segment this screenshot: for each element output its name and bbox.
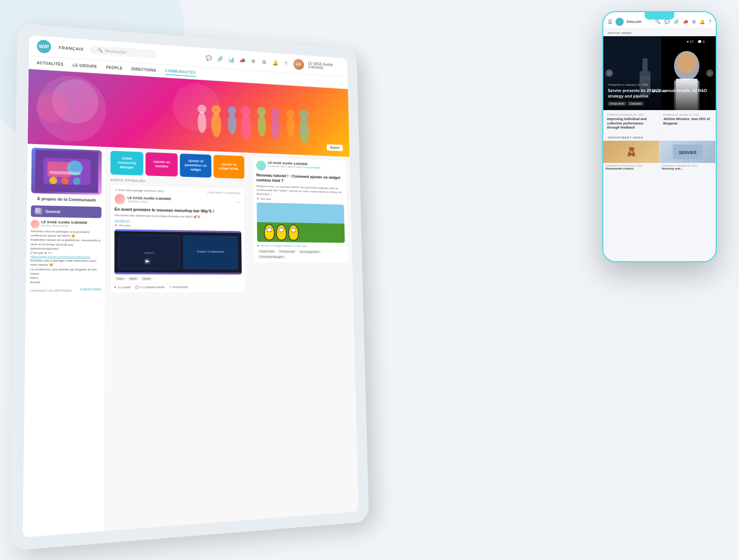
news-item-2[interactable]: Published on January 22, 2021 Jérôme Wir… (660, 110, 716, 133)
svg-point-6 (241, 114, 251, 141)
right-post-header: LE SAGE Aurélie S.MONDE 12 janvier 2021 … (256, 160, 343, 173)
tag-accompagnement: Accompagnement (298, 250, 321, 254)
ph-search-icon[interactable]: 🔍 (655, 19, 661, 24)
see-more-2[interactable]: ▼ Voir plus (257, 197, 344, 203)
ph-help-icon[interactable]: ? (709, 19, 711, 24)
news-item-1[interactable]: Published on February 02, 2021 Improving… (603, 110, 660, 133)
dept-news-label: DEPARTMENT NEWS (603, 133, 716, 141)
language-selector[interactable]: FRANÇAIS (59, 45, 84, 51)
comment-action[interactable]: 💬 0 COMMENTAIRE (135, 286, 165, 289)
ph-bell-icon[interactable]: 🔔 (699, 19, 705, 24)
chart-icon[interactable]: 📊 (228, 56, 235, 63)
phone-mockup: ☰ ENGLISH 🔍 💬 🔗 📣 ⊞ 🔔 ? GROUP NEWS (602, 11, 717, 262)
dot-3[interactable] (659, 91, 661, 92)
right-post-thumbnail (257, 202, 345, 243)
post-shared-text: ↗ Vous avez partagé 10 février 2021 (115, 188, 164, 193)
dept-item-1[interactable]: 🧸 Published on February 02, 2021 Photobo… (603, 141, 660, 174)
nav-communautes[interactable]: COMMUNAUTÉS (165, 67, 196, 77)
user-name-header: LE SAGE Aurélie S.MONDE (308, 61, 341, 71)
ph-link-icon[interactable]: 🔗 (674, 19, 679, 24)
ph-speaker-icon[interactable]: 📣 (683, 19, 688, 24)
dot-5[interactable] (665, 91, 667, 92)
dept-date-1: Published on February 02, 2021 (606, 164, 657, 167)
search-bar[interactable]: 🔍 Rechercher (90, 45, 157, 58)
remove-share-button[interactable]: ✕ RETIRER LE PARTAGE (207, 191, 241, 195)
hero-next-btn[interactable]: › (706, 69, 713, 77)
dept-item-2[interactable]: SERVIER Published on January 29, 2021 Di… (660, 141, 716, 174)
svg-text:SERVIER: SERVIER (678, 150, 696, 155)
share-action[interactable]: ↗ PARTAGER (169, 286, 188, 289)
post-tag-video: Vidéo (114, 277, 126, 281)
post-link-1[interactable]: La vidéo ici (115, 219, 241, 225)
community-illustration (35, 150, 98, 193)
ph-grid-icon[interactable]: ⊞ (692, 19, 696, 24)
qa-add-html[interactable]: Ajouter un widget HTML (213, 155, 244, 179)
svg-point-10 (271, 115, 280, 140)
hero-prev-btn[interactable]: ‹ (606, 69, 613, 77)
user-avatar[interactable]: AS (293, 58, 304, 70)
news-date-1: Published on February 02, 2021 (607, 113, 655, 116)
qa-add-widget[interactable]: Ajouter et paramétrer un widget (180, 154, 211, 178)
news-title-1: Improving individual and collective perf… (607, 117, 655, 130)
tag-fonctionnalite: Fonctionnalité (278, 250, 297, 254)
nav-actualites[interactable]: ACTUALITÉS (37, 59, 64, 68)
svg-point-4 (228, 113, 236, 134)
ph-chat-icon[interactable]: 💬 (664, 19, 670, 24)
phone-lang[interactable]: ENGLISH (627, 20, 641, 24)
see-more-1[interactable]: ▼ Voir plus (115, 224, 241, 229)
post-menu-icon[interactable]: ⋯ (236, 199, 241, 205)
news-next-icon[interactable]: › (712, 119, 713, 124)
phone-screen: ☰ ENGLISH 🔍 💬 🔗 📣 ⊞ 🔔 ? GROUP NEWS (603, 12, 716, 261)
like-action[interactable]: ♥ 14 J'AIME (114, 286, 131, 289)
right-post-title: Nouveau tutoriel ! : Comment ajouter un … (256, 173, 343, 185)
load-replies[interactable]: CHARGER LES RÉPONSES (30, 289, 72, 293)
add-widget-html[interactable]: ▶ Ajouter un widget contenu HTML.mp4 (257, 244, 345, 248)
link-icon[interactable]: 🔗 (216, 55, 223, 62)
chevron-right-icon: › (709, 71, 710, 75)
hamburger-icon[interactable]: ☰ (608, 19, 613, 25)
settings-icon[interactable]: ⚙ (250, 57, 257, 65)
dept-next-icon[interactable]: › (713, 152, 714, 157)
chat-share-text: N'hésitez pas à partager cette informati… (30, 259, 101, 267)
chat-section[interactable]: T General (31, 205, 101, 218)
dot-1[interactable] (653, 91, 655, 92)
news-grid: Published on February 02, 2021 Improving… (603, 110, 716, 133)
grid-icon[interactable]: ⊞ (261, 58, 268, 65)
chevron-down-icon: ▼ (115, 224, 118, 227)
help-icon[interactable]: ? (282, 60, 289, 67)
post-tag-teaser: Teaser (140, 277, 153, 281)
hero-date: Published on January 19, 2021 (608, 83, 711, 86)
chevron-down-icon-2: ▼ (257, 197, 260, 201)
svg-point-7 (241, 106, 251, 116)
left-sidebar: À propos de la Communauté T General LE S… (23, 144, 106, 537)
nav-people[interactable]: PEOPLE (106, 64, 122, 71)
post-card-2: LE SAGE Aurélie S.MONDE 12 janvier 2021 … (252, 156, 349, 263)
phone-logo[interactable] (616, 18, 624, 26)
chat-icon[interactable]: 💬 (205, 54, 212, 62)
chat-merci: Merci, (30, 276, 101, 280)
nav-directions[interactable]: DIRECTIONS (132, 65, 156, 74)
dot-2[interactable] (656, 91, 658, 92)
qa-atelier[interactable]: Atelier Community Manager (111, 151, 143, 175)
svg-point-11 (271, 108, 279, 118)
share-icon: ↗ (169, 286, 171, 289)
tag-community-managers: Community Managers (257, 255, 285, 259)
right-post-body: Bonjour à tous, ce nouveau tutoriel vous… (257, 184, 344, 198)
phone-header-icons: 🔍 💬 🔗 📣 ⊞ 🔔 ? (655, 19, 711, 24)
group-news-hero[interactable]: ‹ › ♥ 27 💬 0 Published on J (603, 36, 716, 110)
wips-logo[interactable]: WiP (37, 39, 51, 53)
post-avatar-1 (115, 194, 125, 205)
bell-icon[interactable]: 🔔 (272, 59, 279, 66)
dot-4[interactable] (662, 91, 664, 92)
follow-button[interactable]: SUIVI (327, 144, 343, 151)
comment-icon: 💬 (135, 286, 139, 289)
hero-title: Servier presents its 2019/20 annual resu… (608, 88, 711, 99)
qa-add-member[interactable]: Ajouter un membre (146, 152, 178, 177)
quick-actions: Atelier Community Manager Ajouter un mem… (106, 147, 248, 182)
search-icon: 🔍 (98, 48, 103, 53)
hero-tag-2: Corporate (628, 102, 644, 106)
dept-title-2: Diversity and... (662, 167, 713, 170)
post-category-link[interactable]: Fiches Fonctionnalités (294, 165, 321, 170)
megaphone-icon[interactable]: 📣 (239, 57, 246, 64)
nav-le-groupe[interactable]: LE GROUPE (73, 61, 97, 70)
